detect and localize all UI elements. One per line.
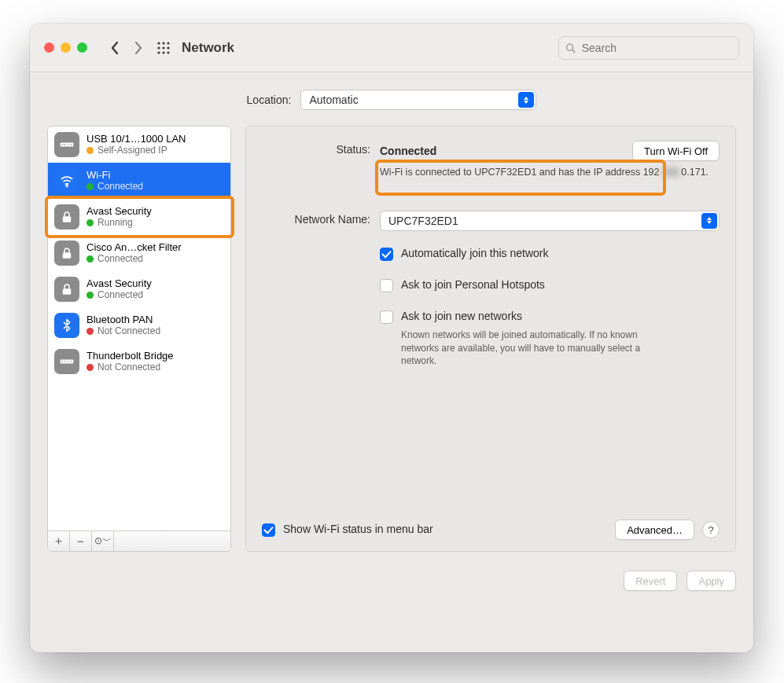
status-dot-icon [86, 183, 94, 190]
checkbox-checked-icon [380, 248, 393, 261]
svg-point-16 [66, 185, 68, 187]
status-dot-icon [86, 255, 94, 263]
svg-point-23 [68, 361, 70, 362]
search-field[interactable] [558, 36, 739, 60]
svg-point-15 [71, 144, 72, 145]
svg-rect-17 [63, 216, 72, 222]
window-title: Network [182, 40, 234, 56]
ask-hotspot-label: Ask to join Personal Hotspots [401, 278, 545, 291]
status-value: Connected [380, 145, 436, 157]
service-name: Avast Security [86, 206, 152, 218]
status-dot-icon [86, 292, 94, 299]
service-name: Avast Security [86, 278, 152, 290]
network-service-item[interactable]: Wi-FiConnected [48, 163, 230, 199]
apply-button[interactable]: Apply [686, 571, 736, 591]
svg-rect-18 [63, 252, 72, 259]
service-status: Not Connected [86, 362, 174, 373]
search-input[interactable] [580, 41, 732, 55]
service-name: Cisco An…cket Filter [86, 242, 182, 254]
wifi-icon [54, 168, 79, 193]
location-select[interactable]: Automatic [300, 90, 536, 110]
zoom-window-button[interactable] [77, 42, 87, 53]
svg-line-10 [572, 50, 575, 52]
location-row: Location: Automatic [30, 72, 753, 126]
svg-point-7 [162, 51, 164, 53]
traffic-lights [44, 42, 87, 53]
status-dot-icon [86, 147, 94, 154]
service-name: Bluetooth PAN [86, 314, 160, 326]
ask-newnet-checkbox-row[interactable]: Ask to join new networks [380, 310, 720, 324]
svg-point-2 [167, 42, 169, 44]
show-all-button[interactable] [152, 36, 175, 60]
svg-point-8 [167, 51, 169, 53]
svg-point-12 [61, 144, 63, 145]
network-name-value: UPC7F32ED1 [388, 215, 458, 227]
service-name: USB 10/1…1000 LAN [86, 134, 186, 145]
auto-join-checkbox-row[interactable]: Automatically join this network [380, 247, 720, 261]
advanced-button[interactable]: Advanced… [615, 520, 694, 540]
svg-point-22 [64, 361, 66, 362]
status-dot-icon [86, 364, 94, 371]
network-service-item[interactable]: Avast SecurityRunning [48, 199, 230, 235]
ask-newnet-subtext: Known networks will be joined automatica… [401, 329, 653, 368]
network-name-label: Network Name: [262, 211, 380, 226]
service-status: Running [86, 218, 152, 229]
service-status: Not Connected [86, 326, 160, 337]
service-status: Self-Assigned IP [86, 145, 186, 156]
network-service-item[interactable]: Thunderbolt BridgeNot Connected [48, 343, 230, 380]
show-menubar-checkbox-row[interactable]: Show Wi-Fi status in menu bar [262, 523, 433, 537]
minimize-window-button[interactable] [61, 42, 71, 53]
bluetooth-icon [54, 313, 79, 338]
back-button[interactable] [103, 36, 127, 60]
ask-hotspot-checkbox-row[interactable]: Ask to join Personal Hotspots [380, 278, 720, 292]
svg-point-6 [157, 51, 160, 53]
close-window-button[interactable] [44, 42, 54, 53]
network-service-item[interactable]: Cisco An…cket FilterConnected [48, 235, 230, 271]
service-status: Connected [86, 254, 182, 265]
svg-point-21 [61, 361, 63, 362]
svg-point-4 [162, 46, 164, 49]
chevron-updown-icon [518, 92, 534, 108]
checkbox-icon [380, 310, 393, 324]
location-label: Location: [247, 94, 292, 106]
toolbar: Network [30, 24, 753, 72]
lock-icon [54, 204, 79, 230]
network-services-list: USB 10/1…1000 LANSelf-Assigned IPWi-FiCo… [47, 126, 231, 552]
svg-point-14 [68, 144, 70, 145]
help-button[interactable]: ? [702, 521, 720, 538]
svg-rect-19 [63, 288, 72, 295]
location-value: Automatic [309, 94, 358, 106]
show-menubar-label: Show Wi-Fi status in menu bar [283, 523, 433, 535]
status-dot-icon [86, 328, 94, 335]
remove-service-button[interactable]: − [70, 531, 92, 551]
network-name-select[interactable]: UPC7F32ED1 [380, 211, 720, 231]
service-status: Connected [86, 182, 143, 193]
svg-point-0 [157, 42, 160, 44]
service-detail-panel: Status: Connected Turn Wi-Fi Off Wi-Fi i… [245, 126, 736, 552]
ask-newnet-label: Ask to join new networks [401, 310, 522, 322]
svg-point-1 [162, 42, 164, 44]
add-service-button[interactable]: ＋ [48, 531, 70, 551]
network-service-item[interactable]: Bluetooth PANNot Connected [48, 307, 230, 343]
checkbox-icon [380, 279, 393, 292]
svg-point-3 [157, 46, 160, 49]
sidebar-toolbar: ＋ − ⊙﹀ [48, 531, 230, 551]
revert-button[interactable]: Revert [624, 571, 677, 591]
network-preferences-window: Network Location: Automatic USB 10/1…100… [30, 24, 753, 652]
lock-icon [54, 277, 79, 302]
service-name: Wi-Fi [86, 170, 143, 182]
forward-button[interactable] [127, 36, 150, 60]
wifi-toggle-button[interactable]: Turn Wi-Fi Off [632, 141, 720, 161]
content-area: USB 10/1…1000 LANSelf-Assigned IPWi-FiCo… [30, 126, 753, 566]
service-name: Thunderbolt Bridge [86, 351, 174, 362]
svg-point-24 [71, 361, 72, 362]
search-icon [565, 42, 576, 53]
service-actions-button[interactable]: ⊙﹀ [92, 531, 114, 551]
svg-point-5 [167, 46, 169, 49]
auto-join-label: Automatically join this network [401, 247, 549, 259]
lock-icon [54, 241, 79, 266]
service-status: Connected [86, 290, 152, 301]
ethernet-icon [54, 349, 79, 374]
network-service-item[interactable]: USB 10/1…1000 LANSelf-Assigned IP [48, 127, 230, 163]
network-service-item[interactable]: Avast SecurityConnected [48, 271, 230, 307]
